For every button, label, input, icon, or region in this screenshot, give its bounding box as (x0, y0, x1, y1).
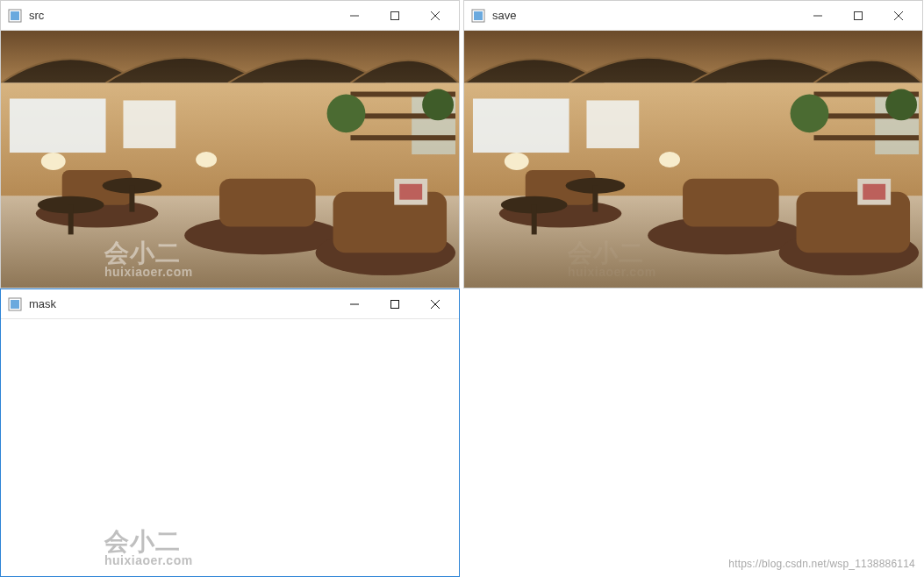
maximize-icon (854, 11, 863, 20)
window-mask: mask 会小二 huixiaoer.com (0, 288, 460, 577)
window-controls (334, 2, 455, 30)
svg-rect-9 (123, 100, 175, 148)
svg-rect-8 (10, 98, 106, 153)
minimize-button[interactable] (334, 2, 375, 30)
titlebar-src[interactable]: src (1, 1, 459, 31)
svg-rect-44 (813, 135, 919, 140)
svg-rect-26 (68, 205, 74, 235)
image-content (464, 31, 922, 288)
svg-rect-3 (391, 11, 399, 19)
svg-rect-61 (863, 184, 885, 200)
svg-point-15 (422, 89, 454, 121)
maximize-icon (390, 300, 399, 309)
maximize-icon (390, 11, 399, 20)
minimize-button[interactable] (334, 290, 375, 318)
window-title: save (492, 9, 798, 22)
svg-rect-21 (219, 179, 316, 227)
app-icon (8, 9, 22, 23)
minimize-icon (813, 11, 822, 20)
window-title: src (29, 9, 334, 22)
maximize-button[interactable] (838, 2, 878, 30)
maximize-button[interactable] (375, 2, 415, 30)
svg-point-27 (41, 153, 66, 170)
svg-rect-55 (592, 186, 598, 212)
svg-point-45 (791, 95, 829, 133)
window-controls (334, 290, 455, 318)
mask-watermark-region: 会小二 huixiaoer.com (104, 529, 193, 567)
svg-rect-65 (391, 300, 399, 308)
svg-point-58 (505, 153, 529, 170)
close-button[interactable] (878, 2, 919, 30)
client-area-mask: 会小二 huixiaoer.com (1, 319, 459, 576)
svg-rect-34 (855, 11, 863, 19)
titlebar-save[interactable]: save (464, 1, 922, 31)
minimize-button[interactable] (798, 2, 838, 30)
svg-rect-52 (683, 179, 779, 227)
svg-rect-39 (473, 98, 569, 153)
close-button[interactable] (415, 2, 455, 30)
close-button[interactable] (415, 290, 455, 318)
close-icon (431, 11, 440, 20)
svg-point-14 (327, 95, 366, 133)
window-src: src (0, 0, 460, 288)
minimize-icon (350, 11, 359, 20)
app-icon (8, 297, 22, 311)
app-icon (471, 9, 485, 23)
window-title: mask (29, 297, 334, 310)
svg-rect-40 (586, 100, 639, 148)
svg-rect-13 (350, 135, 455, 140)
svg-rect-53 (797, 192, 911, 253)
svg-point-28 (196, 152, 217, 167)
minimize-icon (350, 300, 359, 309)
svg-rect-63 (11, 300, 19, 309)
close-icon (431, 300, 440, 309)
svg-rect-1 (11, 11, 19, 20)
attribution-text: https://blog.csdn.net/wsp_1138886114 (728, 558, 915, 570)
svg-rect-32 (474, 11, 483, 20)
svg-rect-30 (399, 184, 422, 200)
window-controls (798, 2, 919, 30)
svg-point-59 (659, 152, 680, 167)
svg-rect-24 (129, 186, 134, 212)
watermark-line2: huixiaoer.com (104, 554, 193, 567)
client-area-src: 会小二 huixiaoer.com (1, 31, 459, 288)
watermark-line1: 会小二 (104, 529, 193, 554)
svg-rect-22 (333, 192, 448, 253)
svg-point-46 (885, 89, 917, 121)
svg-rect-57 (532, 205, 537, 235)
image-content (1, 31, 459, 288)
window-save: save (463, 0, 923, 288)
client-area-save: 会小二 huixiaoer.com (464, 31, 922, 288)
maximize-button[interactable] (375, 290, 415, 318)
titlebar-mask[interactable]: mask (1, 289, 459, 319)
close-icon (894, 11, 903, 20)
